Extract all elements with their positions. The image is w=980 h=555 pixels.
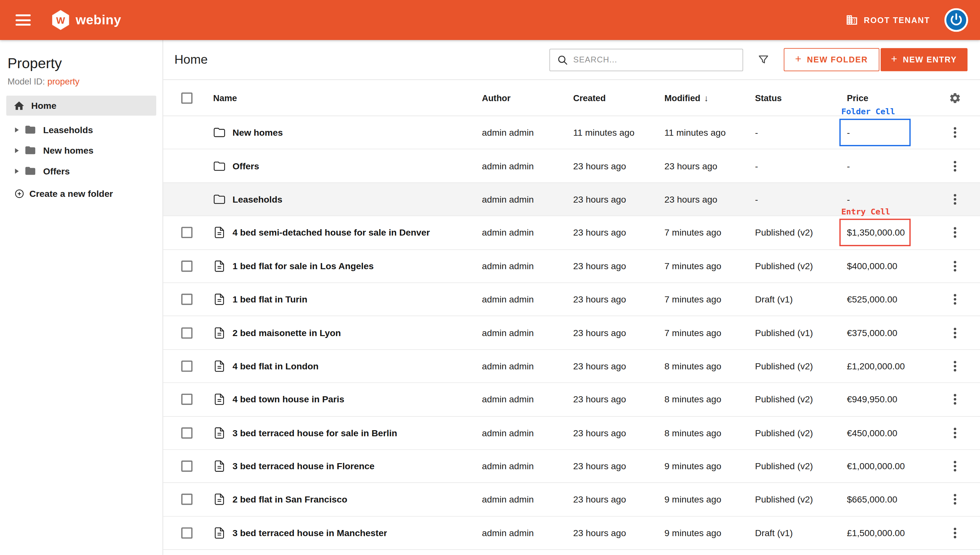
row-price: €375,000.00 <box>847 328 897 338</box>
row-name[interactable]: 1 bed flat for sale in Los Angeles <box>233 261 374 271</box>
column-header-name[interactable]: Name <box>213 80 482 115</box>
new-entry-button[interactable]: + NEW ENTRY <box>881 48 967 71</box>
model-id-label: Model ID: <box>7 76 47 86</box>
row-name[interactable]: 3 bed terraced house in Florence <box>233 461 375 471</box>
row-name[interactable]: 4 bed flat in London <box>233 361 319 371</box>
row-status: Published (v2) <box>755 416 847 449</box>
row-menu-kebab-icon[interactable] <box>948 292 963 307</box>
column-header-created[interactable]: Created <box>573 80 664 115</box>
table-row[interactable]: 3 bed terraced house in Florence admin a… <box>163 450 980 483</box>
chevron-right-icon[interactable] <box>15 127 19 132</box>
row-menu-kebab-icon[interactable] <box>948 492 963 507</box>
row-menu-kebab-icon[interactable] <box>948 459 963 474</box>
table-row[interactable]: 3 bed terraced house for sale in Berlin … <box>163 416 980 450</box>
row-modified: 23 hours ago <box>664 183 755 216</box>
model-id-value[interactable]: property <box>47 76 79 86</box>
row-checkbox[interactable] <box>181 360 192 372</box>
row-modified: 8 minutes ago <box>664 383 755 416</box>
table-body: New homes admin admin 11 minutes ago 11 … <box>163 116 980 550</box>
create-folder-button[interactable]: Create a new folder <box>14 189 163 199</box>
document-icon <box>213 493 226 506</box>
row-checkbox[interactable] <box>181 494 192 505</box>
document-icon <box>213 260 226 273</box>
top-bar: W webiny ROOT TENANT <box>0 0 980 40</box>
search-input[interactable] <box>573 49 743 70</box>
row-checkbox[interactable] <box>181 260 192 272</box>
row-modified: 9 minutes ago <box>664 483 755 516</box>
plus-circle-icon <box>14 189 24 199</box>
hamburger-menu-icon[interactable] <box>16 14 31 26</box>
row-name[interactable]: Offers <box>233 161 259 171</box>
table-row[interactable]: New homes admin admin 11 minutes ago 11 … <box>163 116 980 149</box>
table-row[interactable]: 4 bed semi-detached house for sale in De… <box>163 217 980 250</box>
row-checkbox[interactable] <box>181 327 192 338</box>
sidebar-item-home[interactable]: Home <box>6 96 157 115</box>
new-folder-button[interactable]: + NEW FOLDER <box>784 48 879 71</box>
table-settings-gear-icon[interactable] <box>949 91 961 104</box>
table-row[interactable]: 4 bed flat in London admin admin 23 hour… <box>163 350 980 383</box>
table-row[interactable]: 2 bed maisonette in Lyon admin admin 23 … <box>163 316 980 350</box>
table-header-row: Name Author Created Modified ↓ Status Pr… <box>163 80 980 116</box>
chevron-right-icon[interactable] <box>15 168 19 173</box>
row-name[interactable]: New homes <box>233 128 283 138</box>
row-name[interactable]: 2 bed maisonette in Lyon <box>233 328 341 338</box>
row-status: Draft (v1) <box>755 517 847 549</box>
row-checkbox[interactable] <box>181 394 192 405</box>
row-menu-kebab-icon[interactable] <box>948 192 963 207</box>
filter-icon[interactable] <box>757 54 769 66</box>
row-name[interactable]: 4 bed semi-detached house for sale in De… <box>233 228 430 237</box>
row-checkbox[interactable] <box>181 527 192 538</box>
column-header-author[interactable]: Author <box>482 80 573 115</box>
row-name[interactable]: 4 bed town house in Paris <box>233 394 344 404</box>
row-author: admin admin <box>482 283 573 316</box>
row-price: $1,350,000.00 <box>847 228 905 237</box>
table-row[interactable]: 1 bed flat in Turin admin admin 23 hours… <box>163 283 980 316</box>
table-row[interactable]: 2 bed flat in San Francisco admin admin … <box>163 483 980 517</box>
row-name[interactable]: 3 bed terraced house for sale in Berlin <box>233 428 397 438</box>
row-menu-kebab-icon[interactable] <box>948 526 963 541</box>
row-name[interactable]: Leaseholds <box>233 194 282 204</box>
row-modified: 8 minutes ago <box>664 416 755 449</box>
row-checkbox[interactable] <box>181 427 192 438</box>
user-avatar[interactable] <box>945 8 968 32</box>
annotation-box <box>839 119 911 146</box>
chevron-right-icon[interactable] <box>15 148 19 153</box>
sidebar-folder-new-homes[interactable]: New homes <box>0 140 163 160</box>
row-checkbox[interactable] <box>181 294 192 305</box>
row-menu-kebab-icon[interactable] <box>948 392 963 407</box>
row-name[interactable]: 1 bed flat in Turin <box>233 295 307 305</box>
table-row[interactable]: 3 bed terraced house in Manchester admin… <box>163 517 980 550</box>
search-icon <box>557 54 568 65</box>
table-row[interactable]: 1 bed flat for sale in Los Angeles admin… <box>163 250 980 283</box>
row-menu-kebab-icon[interactable] <box>948 159 963 173</box>
folder-icon <box>213 127 226 139</box>
row-menu-kebab-icon[interactable] <box>948 258 963 274</box>
column-header-status[interactable]: Status <box>755 80 847 115</box>
table-row[interactable]: Offers admin admin 23 hours ago 23 hours… <box>163 149 980 183</box>
sidebar-folder-offers[interactable]: Offers <box>0 161 163 181</box>
row-menu-kebab-icon[interactable] <box>948 325 963 340</box>
new-folder-label: NEW FOLDER <box>807 55 868 64</box>
row-name[interactable]: 3 bed terraced house in Manchester <box>233 528 387 538</box>
row-checkbox[interactable] <box>181 460 192 472</box>
column-header-modified[interactable]: Modified ↓ <box>664 80 755 115</box>
table-row[interactable]: 4 bed town house in Paris admin admin 23… <box>163 383 980 416</box>
row-menu-kebab-icon[interactable] <box>948 425 963 440</box>
sort-descending-icon[interactable]: ↓ <box>704 93 709 103</box>
row-name[interactable]: 2 bed flat in San Francisco <box>233 494 347 504</box>
document-icon <box>213 427 226 439</box>
row-menu-kebab-icon[interactable] <box>948 125 963 140</box>
row-checkbox[interactable] <box>181 227 192 238</box>
row-author: admin admin <box>482 450 573 482</box>
row-menu-kebab-icon[interactable] <box>948 225 963 240</box>
model-id-line: Model ID: property <box>7 76 162 86</box>
select-all-checkbox[interactable] <box>181 92 192 103</box>
row-status: Published (v2) <box>755 450 847 482</box>
row-created: 23 hours ago <box>573 350 664 382</box>
tenant-selector[interactable]: ROOT TENANT <box>845 14 930 26</box>
row-modified: 7 minutes ago <box>664 217 755 249</box>
sidebar-folder-leaseholds[interactable]: Leaseholds <box>0 119 163 140</box>
column-header-price[interactable]: Price <box>847 80 943 115</box>
row-menu-kebab-icon[interactable] <box>948 358 963 374</box>
table-row[interactable]: Leaseholds admin admin 23 hours ago 23 h… <box>163 183 980 217</box>
